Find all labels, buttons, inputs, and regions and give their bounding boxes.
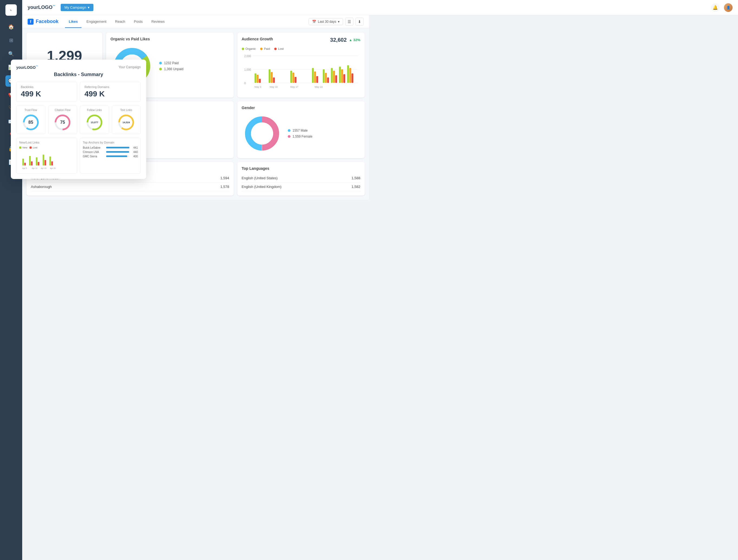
svg-rect-32	[349, 68, 351, 83]
gender-donut	[242, 113, 282, 154]
svg-rect-55	[24, 163, 26, 166]
bl-bottom-grid: New/Lost Links New Lost	[16, 138, 141, 174]
paid-dot2	[260, 48, 263, 50]
unpaid-legend-item: 1,366 Unpaid	[159, 67, 183, 71]
bl-title: Backlinks - Summary	[16, 72, 141, 77]
svg-rect-27	[335, 75, 337, 83]
svg-rect-29	[341, 69, 343, 83]
list-view-btn[interactable]: ☰	[345, 18, 353, 26]
tab-engagement[interactable]: Engagement	[82, 16, 110, 28]
svg-text:Apr 12: Apr 12	[32, 167, 38, 170]
audience-title: Audience Growth	[242, 37, 273, 41]
audience-growth-card: Audience Growth 32,602 ▲ 32% Organic Pai…	[238, 32, 365, 97]
backlinks-overlay: yourLOGO™ Your Campaign Backlinks - Summ…	[11, 60, 146, 179]
bl-trust-flow-card: Trust Flow 85	[16, 105, 45, 134]
facebook-icon: f	[28, 19, 34, 25]
lang-row-1: English (United States) 1,588	[242, 174, 361, 183]
campaign-button[interactable]: My Campaign ▾	[61, 4, 93, 11]
tab-reviews[interactable]: Reviews	[147, 16, 168, 28]
subnav-right: 📅 Last 30 days ▾ ☰ ⬇	[309, 18, 364, 26]
svg-rect-23	[325, 73, 327, 83]
svg-rect-61	[45, 160, 46, 166]
bl-metrics-grid: Backlinks 499 K Referring Domains 499 K	[16, 82, 141, 102]
audience-legend: Organic Paid Lost	[242, 47, 361, 50]
svg-rect-30	[343, 74, 345, 83]
svg-text:May 3: May 3	[255, 85, 261, 88]
lang-row-2: English (United Kingdom) 1,582	[242, 183, 361, 191]
gender-title: Gender	[242, 105, 361, 110]
bl-trust-flow-circle: 85	[22, 114, 39, 131]
svg-rect-33	[351, 73, 353, 83]
svg-rect-22	[323, 69, 325, 83]
svg-rect-58	[36, 157, 38, 166]
svg-rect-10	[255, 73, 256, 83]
svg-rect-56	[29, 156, 31, 166]
bl-text-links-label: Text Links	[120, 108, 132, 111]
donut-legend: 1232 Paid 1,366 Unpaid	[159, 61, 183, 71]
sidebar-item-home[interactable]: 🏠	[5, 21, 17, 32]
audience-bar-chart: 2,000 1,000 0	[242, 53, 361, 91]
gender-donut-wrap: 1557 Male 1,559 Female	[242, 113, 361, 154]
svg-rect-16	[290, 71, 292, 83]
bl-anchor-row-1: Buick LeSabre 441	[83, 146, 138, 149]
bl-anchor-row-3: GMC Sierra 400	[83, 155, 138, 158]
svg-text:2,000: 2,000	[244, 55, 251, 58]
subnav-brand: f Facebook	[28, 19, 58, 25]
tab-likes[interactable]: Likes	[65, 16, 81, 28]
bl-follow-links-card: Follow Links 13,077	[80, 105, 109, 134]
female-legend: 1,559 Female	[288, 134, 312, 138]
svg-text:May 24: May 24	[315, 85, 323, 88]
svg-rect-19	[312, 68, 314, 83]
svg-rect-13	[269, 69, 271, 83]
bl-header: yourLOGO™ Your Campaign	[16, 65, 141, 70]
bl-trust-flow-label: Trust Flow	[25, 108, 37, 111]
unpaid-dot	[159, 68, 162, 70]
svg-rect-20	[314, 71, 316, 83]
sidebar-logo: L	[5, 4, 17, 16]
female-dot	[288, 135, 291, 138]
download-btn[interactable]: ⬇	[355, 18, 364, 26]
tab-posts[interactable]: Posts	[130, 16, 147, 28]
sidebar-item-search[interactable]: 🔍	[5, 48, 17, 60]
bl-backlinks-label: Backlinks	[21, 85, 72, 88]
svg-text:0: 0	[244, 82, 246, 85]
svg-rect-25	[331, 68, 333, 83]
bl-text-links-circle: 14,524	[117, 114, 135, 131]
bl-referring-value: 499 K	[84, 90, 136, 98]
svg-text:May 17: May 17	[290, 85, 298, 88]
svg-rect-62	[49, 157, 51, 166]
svg-rect-54	[22, 159, 24, 166]
bl-text-links-card: Text Links 14,524	[112, 105, 141, 134]
bl-lost-legend: Lost	[29, 146, 37, 149]
svg-rect-21	[316, 76, 318, 83]
svg-text:May 10: May 10	[270, 85, 278, 88]
subnav: f Facebook Likes Engagement Reach Posts …	[22, 15, 369, 28]
gender-legend: 1557 Male 1,559 Female	[288, 128, 312, 138]
audience-stat: 32,602 ▲ 32%	[330, 37, 360, 43]
svg-point-41	[251, 122, 273, 145]
svg-rect-17	[292, 72, 294, 83]
bl-backlinks-value: 499 K	[21, 90, 72, 98]
organic-paid-title: Organic vs Paid Likes	[110, 37, 229, 41]
bl-citation-flow-circle: 75	[54, 114, 71, 131]
svg-rect-15	[273, 77, 275, 83]
svg-rect-59	[38, 162, 39, 166]
svg-rect-14	[271, 72, 273, 83]
svg-rect-28	[339, 67, 341, 83]
sidebar-item-dashboard[interactable]: ⊞	[5, 35, 17, 46]
bl-anchor-row-2: Crimson LNA 440	[83, 151, 138, 154]
bl-flow-grid: Trust Flow 85 Citation Flow 75	[16, 105, 141, 134]
subnav-tabs: Likes Engagement Reach Posts Reviews	[65, 15, 168, 28]
paid-dot	[159, 62, 162, 64]
header-logo: yourLOGO™	[28, 5, 55, 10]
tab-reach[interactable]: Reach	[111, 16, 129, 28]
bl-backlinks-metric: Backlinks 499 K	[16, 82, 77, 102]
audience-header: Audience Growth 32,602 ▲ 32%	[242, 37, 361, 44]
svg-text:1,000: 1,000	[244, 68, 251, 71]
svg-rect-12	[259, 79, 261, 83]
paid-legend: Paid	[260, 47, 270, 50]
bl-follow-links-label: Follow Links	[87, 108, 102, 111]
svg-text:Apr 5: Apr 5	[22, 167, 27, 170]
bl-new-lost-legend: New Lost	[19, 146, 74, 149]
date-range-picker[interactable]: 📅 Last 30 days ▾	[309, 18, 343, 25]
